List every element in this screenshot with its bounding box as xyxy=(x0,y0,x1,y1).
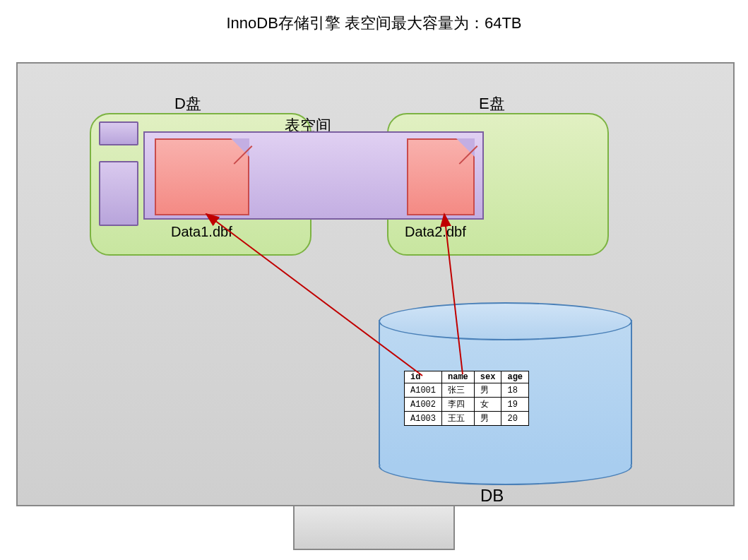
small-block-1 xyxy=(99,121,138,145)
disk-e-label: E盘 xyxy=(479,93,505,114)
table-row: A1001 张三 男 18 xyxy=(405,383,529,398)
datafile-2-label: Data2.dbf xyxy=(405,224,466,240)
db-label: DB xyxy=(480,486,504,506)
table-header: id name sex age xyxy=(405,371,529,383)
diagram-title: InnoDB存储引擎 表空间最大容量为：64TB xyxy=(0,13,748,34)
th-name: name xyxy=(442,371,475,383)
disk-d-label: D盘 xyxy=(174,93,201,114)
th-sex: sex xyxy=(474,371,501,383)
datafile-1-label: Data1.dbf xyxy=(171,224,232,240)
db-data-table: id name sex age A1001 张三 男 18 A1002 李四 女… xyxy=(404,371,529,426)
th-id: id xyxy=(405,371,442,383)
th-age: age xyxy=(501,371,529,383)
datafile-1 xyxy=(155,138,249,215)
table-row: A1003 王五 男 20 xyxy=(405,412,529,426)
small-block-2 xyxy=(99,161,138,226)
table-row: A1002 李四 女 19 xyxy=(405,398,529,412)
datafile-2 xyxy=(407,138,475,215)
monitor-stand xyxy=(293,505,455,550)
